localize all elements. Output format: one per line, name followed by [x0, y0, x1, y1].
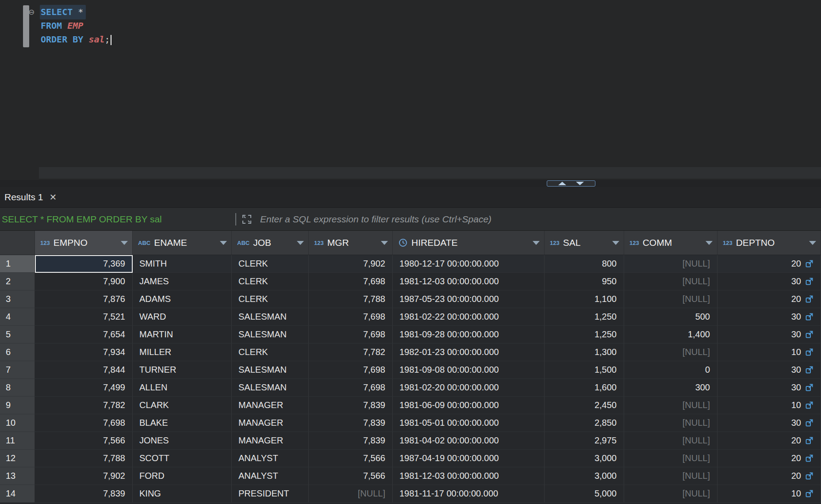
- cell-mgr[interactable]: 7,698: [309, 308, 393, 326]
- cell-job[interactable]: SALESMAN: [232, 361, 309, 379]
- cell-comm[interactable]: 300: [624, 379, 717, 397]
- cell-sal[interactable]: 800: [545, 255, 624, 273]
- reference-link-icon[interactable]: [805, 454, 813, 462]
- column-dropdown-icon[interactable]: [612, 241, 619, 245]
- cell-deptno[interactable]: 20: [717, 255, 821, 273]
- cell-sal[interactable]: 950: [545, 273, 624, 290]
- splitter-maximize-up-icon[interactable]: [558, 182, 566, 185]
- cell-sal[interactable]: 1,250: [545, 308, 624, 326]
- cell-comm[interactable]: [NULL]: [624, 273, 717, 290]
- cell-comm[interactable]: [NULL]: [624, 432, 717, 450]
- reference-link-icon[interactable]: [805, 401, 813, 409]
- cell-ename[interactable]: BLAKE: [133, 414, 232, 432]
- cell-comm[interactable]: [NULL]: [624, 485, 717, 503]
- cell-sal[interactable]: 5,000: [545, 485, 624, 503]
- cell-ename[interactable]: WARD: [133, 308, 232, 326]
- reference-link-icon[interactable]: [805, 489, 813, 498]
- cell-deptno[interactable]: 20: [717, 450, 821, 467]
- reference-link-icon[interactable]: [805, 313, 813, 321]
- column-header-ename[interactable]: ABCENAME: [133, 231, 232, 255]
- cell-comm[interactable]: [NULL]: [624, 467, 717, 485]
- cell-deptno[interactable]: 30: [717, 326, 821, 344]
- row-number[interactable]: 2: [0, 273, 35, 290]
- cell-comm[interactable]: [NULL]: [624, 290, 717, 308]
- row-number[interactable]: 11: [0, 432, 35, 450]
- cell-job[interactable]: MANAGER: [232, 414, 309, 432]
- column-header-hiredate[interactable]: HIREDATE: [393, 231, 545, 255]
- cell-deptno[interactable]: 30: [717, 379, 821, 397]
- cell-ename[interactable]: KING: [133, 485, 232, 503]
- row-number[interactable]: 8: [0, 379, 35, 397]
- splitter-maximize-down-icon[interactable]: [576, 182, 584, 185]
- cell-job[interactable]: PRESIDENT: [232, 485, 309, 503]
- reference-link-icon[interactable]: [805, 277, 813, 286]
- cell-mgr[interactable]: 7,788: [309, 290, 393, 308]
- column-header-deptno[interactable]: 123DEPTNO: [717, 231, 821, 255]
- cell-mgr[interactable]: 7,566: [309, 467, 393, 485]
- cell-job[interactable]: SALESMAN: [232, 379, 309, 397]
- cell-hiredate[interactable]: 1981-11-17 00:00:00.000: [393, 485, 545, 503]
- cell-sal[interactable]: 1,500: [545, 361, 624, 379]
- reference-link-icon[interactable]: [805, 436, 813, 445]
- cell-hiredate[interactable]: 1981-05-01 00:00:00.000: [393, 414, 545, 432]
- cell-deptno[interactable]: 20: [717, 290, 821, 308]
- row-number[interactable]: 12: [0, 450, 35, 467]
- reference-link-icon[interactable]: [805, 419, 813, 427]
- cell-hiredate[interactable]: 1981-12-03 00:00:00.000: [393, 467, 545, 485]
- cell-deptno[interactable]: 10: [717, 485, 821, 503]
- cell-mgr[interactable]: 7,698: [309, 273, 393, 290]
- cell-job[interactable]: ANALYST: [232, 467, 309, 485]
- cell-empno[interactable]: 7,839: [35, 485, 133, 503]
- cell-mgr[interactable]: 7,902: [309, 255, 393, 273]
- cell-hiredate[interactable]: 1980-12-17 00:00:00.000: [393, 255, 545, 273]
- cell-job[interactable]: CLERK: [232, 273, 309, 290]
- cell-empno[interactable]: 7,782: [35, 397, 133, 414]
- cell-ename[interactable]: JAMES: [133, 273, 232, 290]
- cell-empno[interactable]: 7,499: [35, 379, 133, 397]
- cell-sal[interactable]: 1,300: [545, 344, 624, 361]
- column-header-comm[interactable]: 123COMM: [624, 231, 717, 255]
- cell-ename[interactable]: ALLEN: [133, 379, 232, 397]
- cell-comm[interactable]: [NULL]: [624, 397, 717, 414]
- cell-deptno[interactable]: 10: [717, 397, 821, 414]
- cell-sal[interactable]: 2,450: [545, 397, 624, 414]
- cell-deptno[interactable]: 20: [717, 432, 821, 450]
- cell-comm[interactable]: 500: [624, 308, 717, 326]
- editor-horizontal-scrollbar[interactable]: [39, 167, 821, 179]
- cell-job[interactable]: ANALYST: [232, 450, 309, 467]
- column-header-sal[interactable]: 123SAL: [545, 231, 624, 255]
- column-dropdown-icon[interactable]: [706, 241, 713, 245]
- cell-ename[interactable]: FORD: [133, 467, 232, 485]
- cell-deptno[interactable]: 30: [717, 361, 821, 379]
- cell-sal[interactable]: 3,000: [545, 450, 624, 467]
- fold-collapse-icon[interactable]: ⊖: [28, 5, 40, 19]
- cell-sal[interactable]: 1,100: [545, 290, 624, 308]
- cell-comm[interactable]: 1,400: [624, 326, 717, 344]
- splitter-handle[interactable]: [547, 180, 595, 187]
- expand-filter-panel-icon[interactable]: [242, 214, 252, 225]
- cell-ename[interactable]: JONES: [133, 432, 232, 450]
- cell-mgr[interactable]: 7,839: [309, 432, 393, 450]
- cell-empno[interactable]: 7,900: [35, 273, 133, 290]
- cell-empno[interactable]: 7,844: [35, 361, 133, 379]
- row-number[interactable]: 4: [0, 308, 35, 326]
- row-number[interactable]: 10: [0, 414, 35, 432]
- cell-empno[interactable]: 7,521: [35, 308, 133, 326]
- tab-results-1[interactable]: Results 1 ✕: [0, 187, 64, 207]
- reference-link-icon[interactable]: [805, 330, 813, 339]
- cell-ename[interactable]: CLARK: [133, 397, 232, 414]
- cell-empno[interactable]: 7,788: [35, 450, 133, 467]
- cell-sal[interactable]: 2,850: [545, 414, 624, 432]
- filter-input[interactable]: Enter a SQL expression to filter results…: [260, 214, 821, 225]
- cell-hiredate[interactable]: 1981-12-03 00:00:00.000: [393, 273, 545, 290]
- cell-empno[interactable]: 7,698: [35, 414, 133, 432]
- cell-job[interactable]: CLERK: [232, 290, 309, 308]
- reference-link-icon[interactable]: [805, 383, 813, 392]
- column-dropdown-icon[interactable]: [121, 241, 128, 245]
- reference-link-icon[interactable]: [805, 348, 813, 356]
- cell-job[interactable]: MANAGER: [232, 397, 309, 414]
- cell-hiredate[interactable]: 1987-04-19 00:00:00.000: [393, 450, 545, 467]
- editor-results-splitter[interactable]: [0, 180, 821, 187]
- column-dropdown-icon[interactable]: [533, 241, 540, 245]
- cell-job[interactable]: MANAGER: [232, 432, 309, 450]
